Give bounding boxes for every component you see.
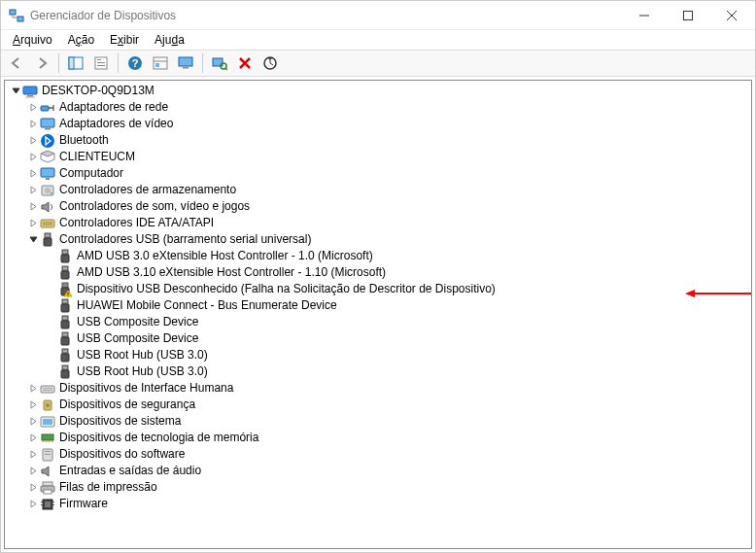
back-icon[interactable] <box>5 52 28 74</box>
tree-item[interactable]: USB Composite Device <box>5 330 751 347</box>
tree-item-label: CLIENTEUCM <box>59 149 135 165</box>
expand-arrow-icon[interactable] <box>26 448 40 462</box>
hid-icon <box>40 381 55 397</box>
tree-item-label: AMD USB 3.10 eXtensible Host Controller … <box>77 264 386 281</box>
tree-item[interactable]: DESKTOP-0Q9D13M <box>5 83 751 99</box>
forward-icon[interactable] <box>30 52 53 74</box>
tree-item[interactable]: Computador <box>5 165 751 182</box>
expand-arrow-icon[interactable] <box>26 118 40 131</box>
scan-hardware-icon[interactable] <box>208 52 231 74</box>
tree-item-label: Controladores de armazenamento <box>59 182 236 198</box>
tree-item[interactable]: AMD USB 3.0 eXtensible Host Controller -… <box>5 248 751 264</box>
tree-item[interactable]: Firmware <box>5 496 751 512</box>
tree-item[interactable]: Dispositivos do software <box>5 446 751 463</box>
tree-item-label: HUAWEI Mobile Connect - Bus Enumerate De… <box>77 297 337 314</box>
app-icon <box>9 8 24 23</box>
remove-device-icon[interactable] <box>233 52 257 74</box>
security-icon <box>40 397 55 413</box>
tree-item[interactable]: HUAWEI Mobile Connect - Bus Enumerate De… <box>5 297 751 314</box>
usb-icon <box>57 331 73 347</box>
tree-item-label: Adaptadores de rede <box>59 99 168 116</box>
software-icon <box>40 447 55 463</box>
printer-icon <box>40 480 55 496</box>
tree-item[interactable]: Dispositivos de tecnologia de memória <box>5 430 751 446</box>
expand-arrow-icon[interactable] <box>26 134 40 148</box>
help-icon[interactable]: ? <box>123 52 147 74</box>
tree-item-label: Computador <box>59 165 123 182</box>
tree-item[interactable]: Controladores IDE ATA/ATAPI <box>5 215 751 231</box>
tree-item[interactable]: Bluetooth <box>5 132 751 149</box>
expand-arrow-icon[interactable] <box>26 167 40 181</box>
tree-item[interactable]: Entradas e saídas de áudio <box>5 463 751 479</box>
show-hidden-icon[interactable] <box>149 52 172 74</box>
tree-item[interactable]: CLIENTEUCM <box>5 149 751 165</box>
expand-arrow-icon[interactable] <box>26 481 40 495</box>
expand-arrow-icon[interactable] <box>26 101 40 115</box>
expand-arrow-icon[interactable] <box>26 217 40 230</box>
expand-arrow-icon[interactable] <box>26 200 40 214</box>
tree-item-label: DESKTOP-0Q9D13M <box>42 83 155 99</box>
monitor-icon <box>40 166 55 182</box>
show-hide-tree-icon[interactable] <box>64 52 87 74</box>
tree-item[interactable]: USB Composite Device <box>5 314 751 330</box>
tree-item[interactable]: AMD USB 3.10 eXtensible Host Controller … <box>5 264 751 281</box>
expand-arrow-icon[interactable] <box>26 432 40 445</box>
expand-arrow-icon[interactable] <box>26 184 40 197</box>
expand-arrow-icon[interactable] <box>26 151 40 164</box>
tree-item[interactable]: Dispositivos de Interface Humana <box>5 380 751 397</box>
update-driver-icon[interactable] <box>258 52 282 74</box>
expand-arrow-icon[interactable] <box>26 398 40 412</box>
expand-arrow-icon[interactable] <box>26 465 40 478</box>
tree-item-label: USB Composite Device <box>77 330 198 347</box>
monitor-icon[interactable] <box>174 52 197 74</box>
usb-icon <box>57 298 73 314</box>
tree-item[interactable]: Adaptadores de rede <box>5 99 751 116</box>
usb-icon <box>57 249 73 264</box>
firmware-icon <box>40 497 55 512</box>
properties-icon[interactable] <box>89 52 113 74</box>
tree-item[interactable]: Dispositivo USB Desconhecido (Falha na S… <box>5 281 751 297</box>
tree-item[interactable]: Controladores de som, vídeo e jogos <box>5 198 751 215</box>
toolbar-separator <box>118 53 119 73</box>
annotation-arrow-icon <box>685 286 752 294</box>
expand-arrow-icon[interactable] <box>26 382 40 396</box>
svg-rect-60 <box>183 67 189 69</box>
close-button[interactable] <box>709 2 753 29</box>
tree-item-label: USB Root Hub (USB 3.0) <box>77 363 208 380</box>
expand-arrow-icon[interactable] <box>26 415 40 429</box>
svg-rect-52 <box>97 59 101 60</box>
tree-item[interactable]: Filas de impressão <box>5 479 751 496</box>
menu-arquivo[interactable]: Arquivo <box>5 31 60 49</box>
device-tree[interactable]: DESKTOP-0Q9D13MAdaptadores de redeAdapta… <box>4 80 752 549</box>
expand-arrow-icon[interactable] <box>26 498 40 511</box>
tree-item[interactable]: Adaptadores de vídeo <box>5 116 751 132</box>
display-icon <box>40 117 55 132</box>
svg-text:?: ? <box>132 57 139 69</box>
generic-icon <box>40 150 55 165</box>
svg-rect-53 <box>97 62 105 63</box>
collapse-arrow-icon[interactable] <box>26 233 40 247</box>
collapse-arrow-icon[interactable] <box>9 85 22 98</box>
usb-icon <box>57 348 73 363</box>
tree-item[interactable]: Dispositivos de segurança <box>5 397 751 413</box>
tree-item-label: Filas de impressão <box>59 479 157 496</box>
tree-item[interactable]: USB Root Hub (USB 3.0) <box>5 363 751 380</box>
ide-icon <box>40 216 55 231</box>
tree-item-label: Adaptadores de vídeo <box>59 116 173 132</box>
tree-item-label: Dispositivos de tecnologia de memória <box>59 430 258 446</box>
tree-item[interactable]: Controladores USB (barramento serial uni… <box>5 231 751 248</box>
minimize-button[interactable] <box>622 2 666 29</box>
titlebar: Gerenciador de Dispositivos <box>1 1 755 30</box>
tree-item[interactable]: Controladores de armazenamento <box>5 182 751 198</box>
tree-item-label: Dispositivos do software <box>59 446 185 463</box>
tree-item-label: Controladores de som, vídeo e jogos <box>59 198 250 215</box>
system-icon <box>40 414 55 430</box>
tree-item[interactable]: Dispositivos de sistema <box>5 413 751 430</box>
svg-rect-54 <box>97 65 105 66</box>
menu-exibir[interactable]: Exibir <box>102 31 147 49</box>
tree-item[interactable]: USB Root Hub (USB 3.0) <box>5 347 751 363</box>
network-icon <box>40 100 55 116</box>
maximize-button[interactable] <box>666 2 709 29</box>
menu-ajuda[interactable]: Ajuda <box>147 31 192 49</box>
menu-ação[interactable]: Ação <box>60 31 102 49</box>
